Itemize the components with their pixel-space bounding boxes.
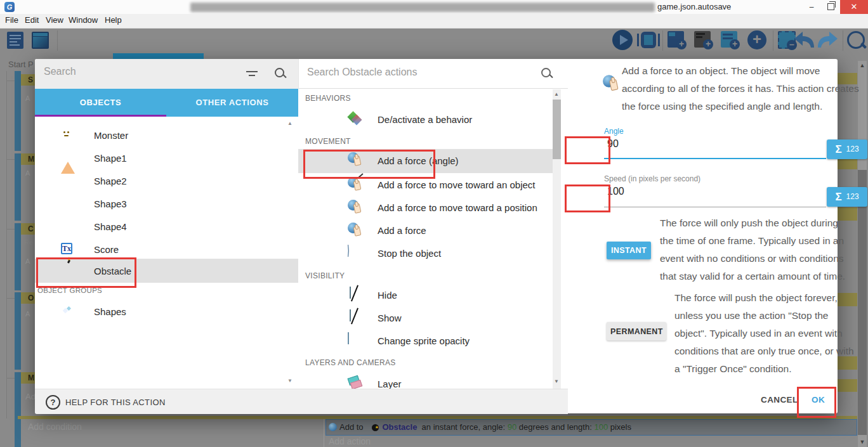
object-row-shape3[interactable]: Shape3 xyxy=(35,193,298,216)
action-label: Add a force to move toward an object xyxy=(378,179,535,190)
object-search-bar xyxy=(35,59,298,89)
section-movement: MOVEMENT xyxy=(305,137,351,146)
object-search-input[interactable] xyxy=(43,65,235,78)
help-for-action-link[interactable]: HELP FOR THIS ACTION xyxy=(65,398,166,407)
tree-connector xyxy=(6,378,15,379)
menu-edit[interactable]: Edit xyxy=(25,15,39,25)
object-row-score[interactable]: TxScore xyxy=(35,238,298,261)
add-action-placeholder[interactable]: Add action xyxy=(329,436,371,446)
menu-view[interactable]: View xyxy=(46,15,63,25)
action-angle-value: 90 xyxy=(508,422,516,432)
toolbar-separator xyxy=(773,30,773,51)
list-scroll-up-icon[interactable]: ▲ xyxy=(287,120,293,126)
action-label: Layer xyxy=(378,379,402,389)
tab-objects[interactable]: OBJECTS xyxy=(35,89,166,117)
object-row-shape2[interactable]: Shape2 xyxy=(35,170,298,193)
action-row-deactivate-behavior[interactable]: De/activate a behavior xyxy=(298,108,553,131)
action-scroll-up-icon[interactable]: ▲ xyxy=(554,91,559,97)
toolbar-separator xyxy=(57,30,58,51)
action-label: Change sprite opacity xyxy=(378,335,470,346)
action-row-stop-object[interactable]: Stop the object xyxy=(298,242,553,265)
ok-button[interactable]: OK xyxy=(808,394,829,405)
action-row-add-force[interactable]: Add a force xyxy=(298,219,553,242)
add-circle-icon[interactable]: + xyxy=(747,30,766,49)
angle-expression-button[interactable]: Σ123 xyxy=(827,139,867,159)
action-row-hide[interactable]: Hide xyxy=(298,284,553,307)
action-row-add-force-angle[interactable]: Add a force (angle) xyxy=(298,149,553,173)
action-description: according to all of the forces it has. T… xyxy=(622,83,859,94)
scrollbar-up-icon[interactable]: ▲ xyxy=(858,62,866,68)
bg-fragment: A xyxy=(25,94,30,102)
permanent-description: The force will push the object forever, xyxy=(674,292,838,304)
object-label: Shape1 xyxy=(94,153,127,164)
debug-icon[interactable] xyxy=(641,32,656,48)
action-scroll-down-icon[interactable]: ▼ xyxy=(554,379,559,384)
sigma-icon: Σ xyxy=(835,143,841,155)
search-icon[interactable] xyxy=(541,68,551,77)
object-row-shape1[interactable]: Shape1 xyxy=(35,147,298,170)
action-row-force-toward-position[interactable]: Add a force to move toward a position xyxy=(298,197,553,219)
title-blurred-text xyxy=(190,3,655,12)
add-condition-placeholder[interactable]: Add condition xyxy=(28,422,82,432)
filter-icon[interactable] xyxy=(246,71,258,77)
window-title: game.json.autosave xyxy=(657,2,731,11)
dialog-footer: ? HELP FOR THIS ACTION xyxy=(35,389,568,414)
scene-editor-icon[interactable] xyxy=(32,32,49,49)
menu-window[interactable]: Window xyxy=(69,15,98,25)
bg-fragment: A xyxy=(25,310,30,318)
menu-help[interactable]: Help xyxy=(105,15,122,25)
minimize-button[interactable]: – xyxy=(802,0,821,14)
restore-button[interactable] xyxy=(821,0,840,14)
scrollbar-down-icon[interactable]: ▼ xyxy=(858,439,866,445)
opacity-icon xyxy=(348,332,349,344)
search-icon[interactable] xyxy=(275,68,284,77)
action-row-show[interactable]: Show xyxy=(298,307,553,330)
action-label: Stop the object xyxy=(378,248,441,259)
redo-icon[interactable] xyxy=(817,30,839,49)
events-list-icon[interactable] xyxy=(7,32,23,49)
action-length-value: 100 xyxy=(594,422,608,432)
object-row-shape4[interactable]: Shape4 xyxy=(35,216,298,238)
speed-expression-button[interactable]: Σ123 xyxy=(827,187,867,207)
action-search-input[interactable] xyxy=(306,66,518,79)
object-row-monster[interactable]: Monster xyxy=(35,124,298,147)
action-label: Hide xyxy=(378,290,397,301)
action-row-change-opacity[interactable]: Change sprite opacity xyxy=(298,330,553,353)
search-icon[interactable] xyxy=(847,31,865,49)
action-row-force-toward-object[interactable]: Add a force to move toward an object xyxy=(298,174,553,197)
instant-button[interactable]: INSTANT xyxy=(607,242,651,259)
sigma-icon: Σ xyxy=(835,191,841,203)
app-logo-icon: G xyxy=(4,2,15,12)
speed-input[interactable] xyxy=(606,185,685,198)
bg-event-header xyxy=(838,207,857,221)
selected-action-row[interactable]: Add to ★ Obstacle an instant force, angl… xyxy=(326,419,857,436)
instant-description: The force will only push the object duri… xyxy=(660,217,838,229)
force-icon xyxy=(329,423,337,431)
undo-icon[interactable] xyxy=(793,30,815,49)
play-icon[interactable] xyxy=(612,30,633,50)
close-button[interactable]: ✕ xyxy=(840,0,868,14)
action-text-3: pixels xyxy=(610,422,631,432)
permanent-button[interactable]: PERMANENT xyxy=(607,322,666,340)
group-row-shapes[interactable]: Shapes xyxy=(35,301,298,323)
action-label: Add a force (angle) xyxy=(378,155,459,166)
action-list-scrollbar-thumb[interactable] xyxy=(553,100,561,159)
object-label: Shape2 xyxy=(94,176,127,186)
add-event-icon[interactable]: + xyxy=(667,31,684,48)
object-groups-header: OBJECT GROUPS xyxy=(37,287,102,294)
main-scrollbar-thumb[interactable] xyxy=(858,170,867,435)
menu-file[interactable]: File xyxy=(5,15,18,25)
action-object-name: Obstacle xyxy=(382,422,417,432)
event-bar xyxy=(15,292,21,370)
add-comment-icon[interactable]: + xyxy=(694,31,711,48)
angle-input[interactable] xyxy=(606,138,685,150)
action-list: BEHAVIORS De/activate a behavior MOVEMEN… xyxy=(298,89,568,389)
action-row-layer[interactable]: Layer xyxy=(298,373,553,389)
choose-action-dialog: OBJECTS OTHER ACTIONS Monster Shape1 Sha… xyxy=(35,59,838,413)
tab-other-actions[interactable]: OTHER ACTIONS xyxy=(166,89,298,117)
add-subevent-icon[interactable]: + xyxy=(721,31,737,48)
object-row-obstacle[interactable]: Obstacle xyxy=(35,259,298,283)
cancel-button[interactable]: CANCEL xyxy=(757,394,802,405)
event-bar xyxy=(15,223,21,290)
list-scroll-down-icon[interactable]: ▼ xyxy=(287,378,293,384)
